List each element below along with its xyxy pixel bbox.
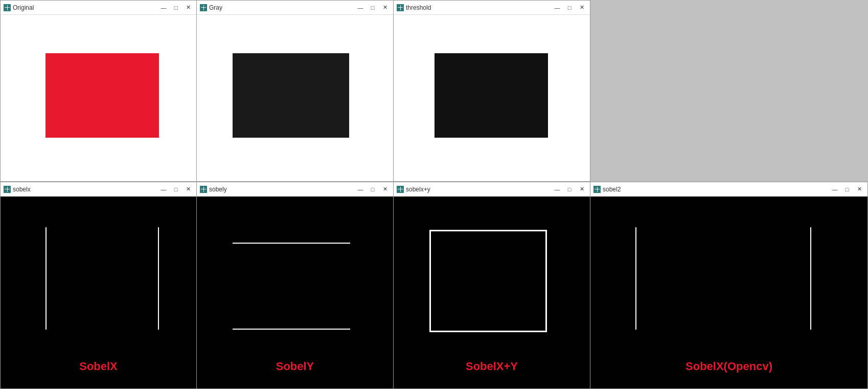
minimize-button[interactable]: — (158, 4, 169, 12)
sobelx-label: SobelX (1, 360, 196, 373)
title-controls: — □ ✕ (830, 185, 864, 193)
threshold-rectangle (435, 53, 548, 138)
window-sobelxy: sobelx+y — □ ✕ SobelX+Y (394, 182, 590, 389)
title-controls: — □ ✕ (552, 4, 587, 12)
window-icon (593, 186, 601, 193)
close-button[interactable]: ✕ (380, 4, 390, 12)
title-bar-left: sobely (200, 186, 227, 193)
window-sobely: sobely — □ ✕ SobelY (197, 182, 394, 389)
title-bar-left: Gray (200, 4, 222, 11)
threshold-content (394, 15, 590, 181)
close-button[interactable]: ✕ (380, 185, 390, 193)
title-bar-threshold: threshold — □ ✕ (394, 1, 590, 15)
top-empty-space (590, 0, 868, 182)
window-icon (397, 186, 404, 193)
sobelxy-content: SobelX+Y (394, 197, 590, 388)
maximize-button[interactable]: □ (564, 4, 575, 12)
sobely-label: SobelY (197, 360, 393, 373)
title-controls: — □ ✕ (552, 185, 587, 193)
window-gray: Gray — □ ✕ (197, 0, 394, 182)
window-sobelx: sobelx — □ ✕ SobelX (0, 182, 197, 389)
title-bar-sobely: sobely — □ ✕ (197, 182, 393, 197)
title-bar-sobelxy: sobelx+y — □ ✕ (394, 182, 590, 197)
close-button[interactable]: ✕ (183, 4, 193, 12)
window-title: Gray (209, 4, 222, 11)
window-icon-inner (5, 187, 10, 192)
minimize-button[interactable]: — (830, 185, 840, 193)
title-bar-left: Original (4, 4, 34, 11)
maximize-button[interactable]: □ (564, 185, 575, 193)
minimize-button[interactable]: — (158, 185, 169, 193)
red-rectangle (45, 53, 159, 138)
minimize-button[interactable]: — (355, 4, 366, 12)
title-bar-sobelx: sobelx — □ ✕ (1, 182, 196, 197)
title-bar-gray: Gray — □ ✕ (197, 1, 393, 15)
sobelxy-rect-outline (429, 230, 547, 332)
sobelx-right-line (158, 227, 159, 330)
minimize-button[interactable]: — (355, 185, 366, 193)
maximize-button[interactable]: □ (171, 185, 181, 193)
title-bar-left: threshold (397, 4, 431, 11)
gray-rectangle (233, 53, 349, 138)
window-icon (4, 186, 11, 193)
original-content (1, 15, 196, 181)
title-bar-left: sobelx (4, 186, 31, 193)
close-button[interactable]: ✕ (183, 185, 193, 193)
window-icon (397, 4, 404, 11)
maximize-button[interactable]: □ (842, 185, 852, 193)
title-controls: — □ ✕ (158, 185, 193, 193)
minimize-button[interactable]: — (552, 185, 562, 193)
maximize-button[interactable]: □ (368, 4, 378, 12)
window-title: sobel2 (603, 186, 621, 193)
close-button[interactable]: ✕ (577, 185, 587, 193)
window-title: sobelx+y (406, 186, 430, 193)
sobel2-label: SobelX(Opencv) (590, 360, 867, 373)
title-bar-sobel2: sobel2 — □ ✕ (590, 182, 867, 197)
sobelxy-label: SobelX+Y (394, 360, 590, 373)
sobel2-content: SobelX(Opencv) (590, 197, 867, 388)
sobely-content: SobelY (197, 197, 393, 388)
window-icon-inner (398, 5, 403, 10)
sobel2-right-line (810, 227, 811, 330)
maximize-button[interactable]: □ (171, 4, 181, 12)
close-button[interactable]: ✕ (577, 4, 587, 12)
title-controls: — □ ✕ (355, 4, 390, 12)
title-controls: — □ ✕ (158, 4, 193, 12)
window-icon (200, 4, 207, 11)
minimize-button[interactable]: — (552, 4, 562, 12)
window-icon-inner (398, 187, 403, 192)
window-icon (4, 4, 11, 11)
title-bar-original: Original — □ ✕ (1, 1, 196, 15)
window-icon-inner (201, 5, 206, 10)
window-title: sobely (209, 186, 227, 193)
window-icon-inner (5, 5, 10, 10)
sobel2-left-line (635, 227, 636, 330)
window-sobel2: sobel2 — □ ✕ SobelX(Opencv) (590, 182, 868, 389)
window-icon-inner (595, 187, 600, 192)
window-original: Original — □ ✕ (0, 0, 197, 182)
window-title: sobelx (13, 186, 31, 193)
gray-content (197, 15, 393, 181)
title-bar-left: sobel2 (593, 186, 621, 193)
maximize-button[interactable]: □ (368, 185, 378, 193)
window-threshold: threshold — □ ✕ (394, 0, 590, 182)
window-title: threshold (406, 4, 431, 11)
sobelx-left-line (45, 227, 47, 330)
window-icon-inner (201, 187, 206, 192)
window-icon (200, 186, 207, 193)
sobely-bottom-line (233, 329, 350, 330)
sobelx-content: SobelX (1, 197, 196, 388)
window-title: Original (13, 4, 34, 11)
title-bar-left: sobelx+y (397, 186, 430, 193)
close-button[interactable]: ✕ (854, 185, 864, 193)
sobely-top-line (233, 243, 350, 244)
title-controls: — □ ✕ (355, 185, 390, 193)
